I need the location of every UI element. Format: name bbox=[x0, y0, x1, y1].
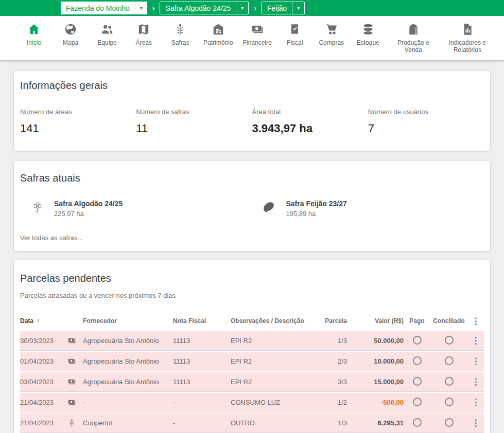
season-name: Safra Algodão 24/25 bbox=[54, 200, 123, 208]
nav-item-indicadores-e-relatorios[interactable]: Indicadores e Relatórios bbox=[445, 23, 490, 54]
table-body: 30/03/2023 Agropecuária Sto Antônio 1111… bbox=[20, 331, 484, 433]
chevron-down-icon[interactable]: ▾ bbox=[236, 2, 248, 14]
current-seasons-title: Safras atuais bbox=[20, 172, 484, 184]
people-icon bbox=[100, 23, 114, 36]
season-item-feijao[interactable]: Safra Feijão 23/27 195,89 ha bbox=[252, 200, 484, 218]
column-header-description: Observações / Descrição bbox=[231, 317, 324, 324]
map-icon bbox=[137, 23, 150, 36]
paid-radio[interactable] bbox=[413, 418, 422, 427]
money-icon bbox=[251, 23, 264, 36]
nav-item-areas[interactable]: Áreas bbox=[130, 23, 157, 47]
stat-areas: Número de áreas 141 bbox=[20, 108, 136, 135]
sort-ascending-icon: ↑ bbox=[37, 317, 40, 324]
stat-seasons-label: Número de safras bbox=[136, 108, 252, 116]
stat-total-area-value: 3.943,97 ha bbox=[252, 122, 368, 135]
nav-item-fiscal[interactable]: Fiscal bbox=[282, 23, 308, 47]
row-invoice: - bbox=[173, 419, 231, 427]
season-item-algodao[interactable]: Safra Algodão 24/25 225,97 ha bbox=[20, 200, 252, 218]
general-info-card: Informações gerais Número de áreas 141 N… bbox=[14, 71, 490, 151]
installments-table: Data↑ Fornecedor Nota Fiscal Observações… bbox=[20, 311, 484, 433]
pending-installments-title: Parcelas pendentes bbox=[20, 273, 484, 284]
paid-radio[interactable] bbox=[413, 356, 422, 365]
top-breadcrumb-bar: Fazenda do Moinho ▾ › Safra Algodão 24/2… bbox=[0, 0, 504, 16]
breadcrumb-farm-selector[interactable]: Fazenda do Moinho ▾ bbox=[61, 2, 147, 14]
current-seasons-card: Safras atuais Safra Algodão 24/25 225,97… bbox=[14, 161, 490, 251]
nav-item-compras[interactable]: Compras bbox=[318, 23, 345, 47]
see-all-seasons-link[interactable]: Ver todas as safras... bbox=[20, 234, 484, 242]
reconciled-radio[interactable] bbox=[445, 398, 454, 406]
table-options-menu-icon[interactable]: ⋮ bbox=[471, 316, 484, 327]
row-options-menu-icon[interactable]: ⋮ bbox=[471, 356, 484, 367]
nav-item-mapa[interactable]: Mapa bbox=[57, 23, 84, 47]
row-description: CONSUMO LUZ bbox=[231, 399, 324, 406]
seasons-list: Safra Algodão 24/25 225,97 ha Safra Feij… bbox=[20, 200, 484, 218]
reconciled-radio[interactable] bbox=[445, 356, 454, 365]
money-icon bbox=[67, 336, 83, 345]
database-icon bbox=[361, 23, 375, 36]
breadcrumb-separator-icon: › bbox=[152, 4, 155, 12]
installment-row[interactable]: 01/04/2023 Agropecuária Sto Antônio 1111… bbox=[20, 352, 484, 371]
nav-item-inicio[interactable]: Início bbox=[21, 23, 47, 47]
row-invoice: - bbox=[173, 399, 231, 406]
installment-row[interactable]: 21/04/2023 - - CONSUMO LUZ 1/2 -500,00 ⋮ bbox=[20, 393, 484, 412]
reconciled-radio[interactable] bbox=[445, 377, 454, 386]
row-supplier: Coopertol bbox=[83, 419, 173, 427]
row-value: -500,00 bbox=[350, 399, 407, 406]
nav-item-financeiro[interactable]: Financeiro bbox=[243, 23, 272, 47]
paid-radio[interactable] bbox=[413, 336, 422, 345]
row-description: EPI R2 bbox=[231, 378, 324, 386]
season-name: Safra Feijão 23/27 bbox=[286, 200, 347, 208]
nav-item-safras[interactable]: Safras bbox=[167, 23, 194, 47]
column-header-date-label: Data bbox=[20, 317, 33, 324]
season-area: 195,89 ha bbox=[286, 210, 347, 218]
nav-item-producao-e-venda[interactable]: Produção e Venda bbox=[391, 23, 436, 54]
barn-icon bbox=[212, 23, 225, 36]
money-icon bbox=[67, 398, 83, 407]
stat-seasons-value: 11 bbox=[136, 122, 252, 135]
breadcrumb-crop-selector[interactable]: Feijão ▾ bbox=[262, 2, 305, 14]
row-installment: 3/3 bbox=[324, 378, 350, 386]
money-icon bbox=[67, 357, 83, 366]
chevron-down-icon[interactable]: ▾ bbox=[135, 2, 147, 14]
row-options-menu-icon[interactable]: ⋮ bbox=[471, 335, 484, 346]
stat-seasons: Número de safras 11 bbox=[136, 108, 252, 135]
report-icon bbox=[461, 23, 474, 36]
stats-row: Número de áreas 141 Número de safras 11 … bbox=[20, 108, 484, 135]
nav-item-estoque[interactable]: Estoque bbox=[355, 23, 381, 47]
breadcrumb-season-selector[interactable]: Safra Algodão 24/25 ▾ bbox=[160, 2, 249, 14]
reconciled-radio[interactable] bbox=[445, 418, 454, 427]
row-value: 50.000,00 bbox=[350, 337, 407, 345]
stat-users-label: Número de usuários bbox=[368, 108, 484, 116]
stat-total-area-label: Área total bbox=[252, 108, 368, 116]
row-options-menu-icon[interactable]: ⋮ bbox=[471, 376, 484, 387]
column-header-supplier: Fornecedor bbox=[83, 317, 173, 324]
nav-item-patrimonio[interactable]: Patrimônio bbox=[203, 23, 233, 47]
row-description: OUTRO bbox=[231, 419, 324, 427]
row-installment: 1/2 bbox=[324, 399, 350, 406]
row-options-menu-icon[interactable]: ⋮ bbox=[471, 418, 484, 428]
reconciled-radio[interactable] bbox=[445, 336, 454, 345]
stat-users: Número de usuários 7 bbox=[368, 108, 484, 135]
stat-users-value: 7 bbox=[368, 122, 484, 135]
row-date: 01/04/2023 bbox=[20, 357, 67, 365]
paid-radio[interactable] bbox=[413, 398, 422, 406]
row-date: 30/03/2023 bbox=[20, 337, 67, 345]
row-options-menu-icon[interactable]: ⋮ bbox=[471, 397, 484, 408]
installment-row[interactable]: 21/04/2023 Coopertol - OUTRO 1/3 6.295,3… bbox=[20, 413, 484, 433]
stat-total-area: Área total 3.943,97 ha bbox=[252, 108, 368, 135]
main-navigation: Início Mapa Equipe Áreas Safras Patrimôn… bbox=[0, 16, 504, 60]
nav-item-equipe[interactable]: Equipe bbox=[94, 23, 120, 47]
row-installment: 1/3 bbox=[324, 337, 350, 345]
paid-radio[interactable] bbox=[413, 377, 422, 386]
pending-installments-card: Parcelas pendentes Parcelas atrasadas ou… bbox=[14, 260, 490, 433]
row-description: EPI R2 bbox=[231, 357, 324, 365]
installment-row[interactable]: 03/04/2023 Agropecuária Sto Antônio 1111… bbox=[20, 372, 484, 392]
installment-row[interactable]: 30/03/2023 Agropecuária Sto Antônio 1111… bbox=[20, 331, 484, 351]
row-date: 21/04/2023 bbox=[20, 419, 67, 427]
chevron-down-icon[interactable]: ▾ bbox=[292, 2, 304, 14]
column-header-date[interactable]: Data↑ bbox=[20, 317, 67, 324]
season-area: 225,97 ha bbox=[54, 210, 123, 218]
breadcrumb-season-label: Safra Algodão 24/25 bbox=[160, 2, 236, 14]
cart-icon bbox=[325, 23, 338, 36]
row-invoice: 11113 bbox=[173, 337, 231, 345]
